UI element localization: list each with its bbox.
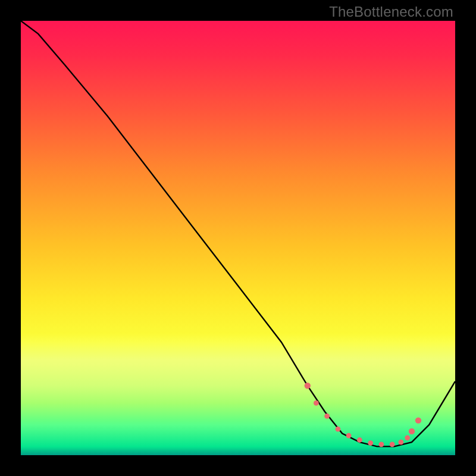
- plot-area: [21, 21, 455, 455]
- marker-point: [324, 414, 330, 419]
- watermark-text: TheBottleneck.com: [329, 4, 453, 20]
- marker-point: [398, 440, 403, 445]
- marker-point: [405, 435, 410, 440]
- marker-point: [379, 441, 384, 447]
- marker-point: [305, 383, 311, 389]
- marker-point: [314, 400, 319, 406]
- marker-point: [346, 433, 352, 439]
- marker-point: [357, 437, 362, 443]
- chart-svg: [21, 21, 455, 455]
- bottleneck-curve: [21, 21, 455, 446]
- chart-frame: TheBottleneck.com: [0, 0, 476, 476]
- marker-point: [368, 440, 373, 446]
- marker-point: [409, 428, 415, 434]
- marker-point: [336, 427, 341, 432]
- marker-point: [390, 441, 395, 447]
- marker-point: [415, 417, 421, 423]
